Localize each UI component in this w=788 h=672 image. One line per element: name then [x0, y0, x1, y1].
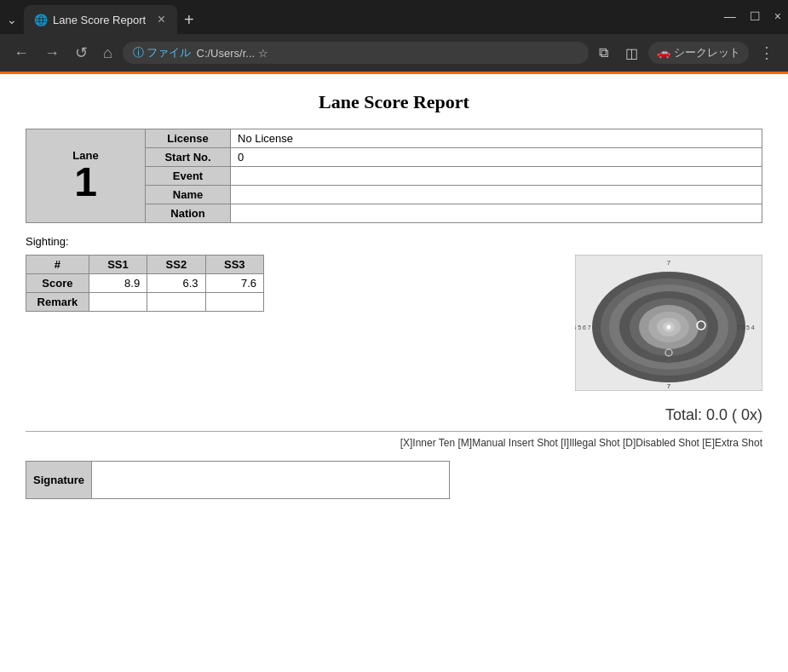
signature-label: Signature [26, 462, 92, 499]
address-bar[interactable]: ⓘ ファイル C:/Users/r... ☆ [123, 42, 590, 64]
secret-mode-button[interactable]: 🚗 シークレット [648, 42, 749, 64]
clipboard-icon[interactable]: ⧉ [594, 42, 613, 65]
score-row: Score 8.9 6.3 7.6 [26, 274, 264, 293]
browser-chrome: ⌄ 🌐 Lane Score Report × + — ☐ × ← → ↺ ⌂ … [0, 0, 788, 72]
col-ss2: SS2 [147, 256, 205, 274]
new-tab-button[interactable]: + [184, 10, 194, 30]
remark-ss1 [89, 293, 147, 312]
legend-line: [X]Inner Ten [M]Manual Insert Shot [I]Il… [26, 437, 762, 449]
secure-icon: ⓘ ファイル [133, 45, 192, 60]
name-label: Name [146, 186, 231, 204]
col-ss3: SS3 [205, 256, 263, 274]
svg-text:8: 8 [667, 359, 670, 365]
score-ss1: 8.9 [89, 274, 147, 293]
menu-button[interactable]: ⋮ [754, 40, 779, 66]
home-button[interactable]: ⌂ [98, 41, 118, 66]
total-value: 0.0 ( 0x) [706, 406, 762, 423]
remark-ss2 [147, 293, 205, 312]
tab-favicon-icon: 🌐 [34, 14, 48, 26]
close-button[interactable]: × [774, 9, 781, 23]
navigation-bar: ← → ↺ ⌂ ⓘ ファイル C:/Users/r... ☆ ⧉ ◫ 🚗 シーク… [0, 34, 788, 72]
back-button[interactable]: ← [9, 41, 34, 66]
info-table: Lane 1 License No License Start No. 0 Ev… [26, 129, 762, 223]
target-area: 7 7 4 5 6 7 7 6 5 4 8 [575, 255, 762, 394]
col-ss1: SS1 [89, 256, 147, 274]
active-tab[interactable]: 🌐 Lane Score Report × [24, 5, 177, 34]
startno-label: Start No. [146, 148, 231, 167]
maximize-button[interactable]: ☐ [750, 9, 761, 23]
remark-row: Remark [26, 293, 264, 312]
window-controls: — ☐ × [724, 9, 781, 30]
target-svg: 7 7 4 5 6 7 7 6 5 4 8 [575, 255, 762, 391]
page-content: Lane Score Report Lane 1 License No Lice… [0, 74, 788, 672]
nation-value [231, 204, 762, 223]
total-line: Total: 0.0 ( 0x) [26, 406, 762, 432]
svg-text:7 6 5 4: 7 6 5 4 [736, 325, 755, 330]
lane-cell: Lane 1 [26, 129, 146, 223]
license-label: License [146, 129, 231, 148]
sighting-section: # SS1 SS2 SS3 Score 8.9 6.3 7.6 Remark [26, 255, 762, 394]
score-ss3: 7.6 [205, 274, 263, 293]
reload-button[interactable]: ↺ [70, 40, 93, 66]
score-ss2: 6.3 [147, 274, 205, 293]
minimize-button[interactable]: — [724, 9, 736, 23]
tab-title: Lane Score Report [53, 14, 146, 26]
tab-dropdown-icon[interactable]: ⌄ [7, 13, 17, 26]
address-text: C:/Users/r... ☆ [197, 47, 268, 60]
svg-point-10 [667, 325, 671, 330]
signature-box [91, 462, 449, 499]
remark-ss3 [205, 293, 263, 312]
svg-text:7: 7 [667, 259, 671, 267]
name-value [231, 186, 762, 204]
sighting-label: Sighting: [26, 235, 762, 248]
startno-value: 0 [231, 148, 762, 167]
svg-text:4 5 6 7: 4 5 6 7 [575, 325, 591, 330]
col-hash: # [26, 256, 89, 274]
score-row-label: Score [26, 274, 89, 293]
tab-close-button[interactable]: × [156, 12, 167, 27]
signature-table: Signature [26, 461, 450, 499]
score-table: # SS1 SS2 SS3 Score 8.9 6.3 7.6 Remark [26, 255, 264, 312]
nav-icons: ⧉ ◫ [594, 42, 643, 65]
event-value [231, 167, 762, 186]
event-label: Event [146, 167, 231, 186]
nation-label: Nation [146, 204, 231, 223]
total-label: Total: [665, 406, 702, 423]
tab-bar: ⌄ 🌐 Lane Score Report × + — ☐ × [0, 0, 788, 34]
remark-row-label: Remark [26, 293, 89, 312]
lane-number: 1 [33, 162, 138, 203]
svg-text:7: 7 [667, 382, 671, 390]
report-title: Lane Score Report [26, 91, 762, 113]
split-icon[interactable]: ◫ [620, 42, 643, 65]
forward-button[interactable]: → [39, 41, 65, 66]
license-value: No License [231, 129, 762, 148]
